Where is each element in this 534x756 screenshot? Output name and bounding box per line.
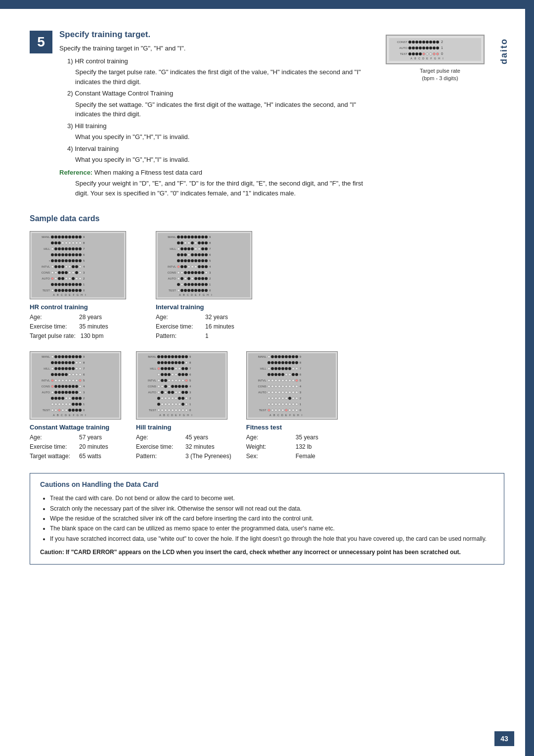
dot bbox=[54, 373, 57, 376]
dot bbox=[51, 271, 54, 274]
mc-letter-e: E bbox=[68, 293, 72, 296]
dot bbox=[274, 361, 277, 364]
hr-card-subtitle: HR control training bbox=[30, 303, 88, 311]
dot bbox=[177, 265, 180, 268]
mc-letter-f: F bbox=[72, 293, 76, 296]
dot bbox=[281, 391, 284, 394]
interval-exercise-row: Exercise time: 16 minutes bbox=[156, 322, 234, 331]
dot bbox=[198, 253, 201, 256]
dot bbox=[194, 236, 197, 238]
constant-target-value: 65 watts bbox=[79, 452, 101, 461]
dot bbox=[171, 367, 174, 370]
mc-row: HILL 7 bbox=[33, 366, 118, 372]
dot bbox=[285, 373, 288, 376]
dot bbox=[58, 277, 61, 280]
dot bbox=[79, 241, 82, 244]
caution-item-1: Treat the card with care. Do not bend or… bbox=[50, 493, 494, 503]
dot bbox=[295, 409, 298, 412]
dot bbox=[267, 385, 270, 388]
dot bbox=[61, 391, 64, 394]
row-num: 5 bbox=[83, 379, 85, 382]
dot bbox=[184, 265, 187, 268]
dot bbox=[72, 289, 75, 292]
mc-dots: 4 bbox=[51, 385, 85, 388]
mc-label: AUTO bbox=[33, 277, 51, 280]
fitness-mini-card-inner: MANL 9 8 bbox=[248, 353, 336, 418]
row-num: 0 bbox=[300, 409, 301, 412]
dot bbox=[281, 397, 284, 400]
dot bbox=[295, 379, 298, 382]
mc-row: HILL 7 bbox=[139, 366, 224, 372]
row-num: 3 bbox=[189, 391, 191, 394]
mc-row: MANL 9 bbox=[33, 354, 118, 360]
mc-row: 5 bbox=[159, 258, 249, 263]
dot bbox=[54, 409, 57, 412]
dot bbox=[79, 391, 82, 394]
mc-row: MANL 9 bbox=[250, 354, 334, 360]
reference-text2: When making a Fitness test data card bbox=[94, 169, 202, 176]
mc-row: 2 bbox=[250, 396, 334, 401]
dot bbox=[415, 52, 418, 55]
dot bbox=[201, 271, 204, 274]
dot bbox=[278, 391, 281, 394]
dot bbox=[54, 385, 57, 388]
mc-label: HILL bbox=[159, 247, 177, 250]
mc-letter: H bbox=[186, 414, 190, 417]
dot bbox=[281, 409, 284, 412]
mc-row: • 5 bbox=[33, 258, 123, 263]
mc-row: TEST 0 bbox=[33, 287, 123, 293]
dot bbox=[51, 283, 54, 286]
dot bbox=[267, 403, 270, 406]
mc-label: HILL bbox=[33, 367, 51, 370]
dot bbox=[79, 385, 82, 388]
dot bbox=[177, 241, 180, 244]
mc-row: 2 bbox=[139, 396, 224, 401]
dot bbox=[68, 236, 71, 238]
dot bbox=[180, 259, 183, 262]
mc-label: MANL bbox=[33, 236, 51, 238]
mc-letter: G bbox=[182, 414, 186, 417]
mc-letter: G bbox=[292, 414, 296, 417]
mc-dots: 5 bbox=[157, 379, 191, 382]
hill-pattern-row: Pattern: 3 (The Pyrenees) bbox=[136, 452, 231, 461]
hill-card-info: Age: 45 years Exercise time: 32 minutes … bbox=[136, 433, 231, 462]
dot bbox=[161, 397, 164, 400]
dot bbox=[51, 403, 54, 406]
dot bbox=[75, 397, 78, 400]
dot bbox=[75, 391, 78, 394]
dot bbox=[271, 391, 274, 394]
card-block-constant: MANL 9 8 bbox=[30, 351, 121, 462]
row-num: 4 bbox=[209, 265, 211, 268]
dot bbox=[54, 379, 57, 382]
row-num: 2 bbox=[189, 397, 191, 400]
hill-card-subtitle: Hill training bbox=[136, 424, 172, 431]
dot bbox=[72, 277, 75, 280]
dot bbox=[68, 283, 71, 286]
dot bbox=[292, 373, 295, 376]
dot bbox=[177, 277, 180, 280]
dot bbox=[157, 379, 160, 382]
dot bbox=[177, 247, 180, 250]
row-num: 7 bbox=[209, 247, 211, 250]
dot bbox=[168, 367, 171, 370]
dot bbox=[61, 241, 64, 244]
dot bbox=[422, 41, 425, 44]
dot bbox=[54, 277, 57, 280]
item-cw-label: 2) Constant Wattage Control Training bbox=[67, 89, 366, 98]
dot bbox=[72, 397, 75, 400]
dot bbox=[72, 253, 75, 256]
mc-row: AUTO 3 bbox=[33, 390, 118, 395]
dot bbox=[171, 373, 174, 376]
dot bbox=[65, 403, 68, 406]
mc-dots: 4 bbox=[177, 265, 211, 268]
mc-row-const: CONST 2 bbox=[391, 39, 480, 45]
dot bbox=[288, 367, 291, 370]
mc-letter: B bbox=[162, 414, 166, 417]
dot bbox=[72, 355, 75, 358]
dot bbox=[171, 409, 174, 412]
mc-label: AUTO bbox=[250, 391, 267, 394]
dot bbox=[175, 397, 178, 400]
dot bbox=[285, 409, 288, 412]
dot bbox=[75, 367, 78, 370]
dot bbox=[408, 47, 411, 49]
